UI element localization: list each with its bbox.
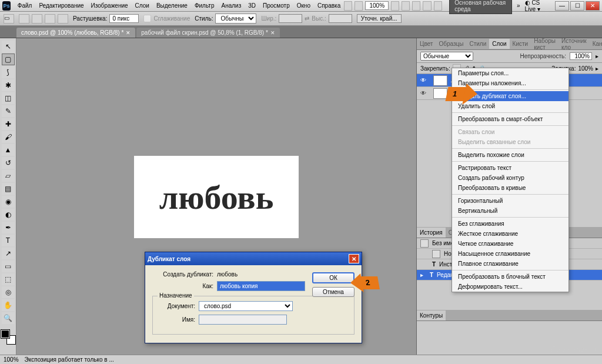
context-menu-item[interactable]: Растрировать текст — [452, 163, 568, 173]
tab-layers[interactable]: Слои — [489, 39, 509, 49]
hand-tool[interactable]: ✋ — [2, 299, 15, 311]
dialog-titlebar[interactable]: Дубликат слоя ✕ — [145, 252, 362, 265]
current-tool-icon[interactable]: ▭ — [4, 14, 14, 24]
context-menu-item[interactable]: Создать рабочий контур — [452, 173, 568, 183]
menu-file[interactable]: Файл — [14, 2, 36, 9]
color-swatches[interactable] — [1, 330, 15, 344]
menu-layers[interactable]: Слои — [132, 2, 153, 9]
workspace-switcher[interactable]: Основная рабочая среда — [449, 0, 512, 14]
foreground-color[interactable] — [1, 330, 9, 338]
context-menu-item[interactable]: Четкое сглаживание — [452, 239, 568, 249]
blur-tool[interactable]: ◉ — [2, 196, 15, 208]
close-icon[interactable]: ✕ — [126, 30, 131, 36]
context-menu-item[interactable]: Жесткое сглаживание — [452, 229, 568, 239]
dodge-tool[interactable]: ◐ — [2, 209, 15, 221]
brush-tool[interactable]: 🖌 — [2, 131, 15, 143]
menu-filter[interactable]: Фильтр — [191, 2, 218, 9]
style-select[interactable]: Обычный — [215, 14, 256, 24]
doc-tab-2[interactable]: рабочий файл скрин.psd @ 50,8% (1, RGB/8… — [136, 28, 280, 38]
opacity-value[interactable]: 100% — [570, 52, 592, 60]
cs-live-button[interactable]: ◐ CS Live ▾ — [525, 0, 549, 12]
context-menu-item[interactable]: Преобразовать в кривые — [452, 183, 568, 193]
mini-bridge-icon[interactable] — [354, 1, 363, 11]
launch-bridge-icon[interactable] — [344, 1, 352, 11]
tab-styles[interactable]: Стили — [466, 39, 489, 49]
path-select-tool[interactable]: ↗ — [2, 248, 15, 259]
opacity-slider-icon[interactable]: ▸ — [596, 53, 598, 59]
menu-analysis[interactable]: Анализ — [218, 2, 245, 9]
crop-tool[interactable]: ◫ — [2, 92, 15, 104]
context-menu-item[interactable]: Деформировать текст... — [452, 282, 568, 292]
tab-history[interactable]: История — [417, 228, 446, 238]
width-label: Шир.: — [261, 15, 276, 22]
menu-help[interactable]: Справка — [314, 2, 344, 9]
menu-window[interactable]: Окно — [293, 2, 314, 9]
status-info[interactable]: Экспозиция работает только в ... — [25, 356, 114, 363]
tab-channels[interactable]: Каналы — [590, 39, 602, 49]
zoom-shortcut-icon[interactable] — [402, 1, 410, 11]
fill-slider-icon[interactable]: ▸ — [596, 65, 598, 72]
window-close[interactable]: ✕ — [586, 1, 600, 11]
feather-input[interactable] — [109, 14, 139, 23]
quick-select-tool[interactable]: ✱ — [2, 79, 15, 91]
menu-select[interactable]: Выделение — [153, 2, 191, 9]
context-menu-item[interactable]: Горизонтальный — [452, 196, 568, 206]
menu-view[interactable]: Просмотр — [259, 2, 293, 9]
close-icon[interactable]: ✕ — [270, 30, 275, 36]
hand-shortcut-icon[interactable] — [391, 1, 399, 11]
refine-edge-button[interactable]: Уточн. край... — [357, 14, 402, 23]
type-tool[interactable]: T — [2, 235, 15, 246]
shape-tool[interactable]: ▭ — [2, 261, 15, 272]
eyedropper-tool[interactable]: ✎ — [2, 105, 15, 117]
context-menu-item[interactable]: Преобразовать в блочный текст — [452, 272, 568, 282]
status-zoom[interactable]: 100% — [4, 356, 19, 363]
context-menu-item[interactable]: Насыщенное сглаживание — [452, 249, 568, 259]
document-select[interactable]: слово.psd — [199, 301, 293, 311]
visibility-eye-icon[interactable]: 👁 — [417, 90, 430, 96]
fill-value[interactable]: 100% — [578, 65, 593, 72]
ok-button[interactable]: ОК — [312, 272, 354, 283]
tab-paths[interactable]: Контуры — [417, 310, 446, 320]
stamp-tool[interactable]: ▲ — [2, 144, 15, 156]
context-menu-item[interactable]: Плавное сглаживание — [452, 259, 568, 269]
context-menu-item[interactable]: Параметры слоя... — [452, 68, 568, 78]
pen-tool[interactable]: ✒ — [2, 222, 15, 233]
history-brush-tool[interactable]: ↺ — [2, 157, 15, 169]
visibility-eye-icon[interactable]: 👁 — [417, 77, 430, 84]
3d-tool[interactable]: ⬚ — [2, 273, 15, 285]
menu-image[interactable]: Изображение — [88, 2, 132, 9]
menu-edit[interactable]: Редактирование — [35, 2, 87, 9]
as-name-input[interactable] — [217, 281, 305, 291]
selection-intersect-icon[interactable] — [58, 14, 68, 24]
eraser-tool[interactable]: ▱ — [2, 170, 15, 182]
marquee-tool[interactable]: ▢ — [2, 54, 15, 65]
selection-new-icon[interactable] — [19, 14, 29, 24]
tab-brushes[interactable]: Кисти — [510, 39, 531, 49]
move-tool[interactable]: ↖ — [2, 41, 15, 52]
dialog-close-button[interactable]: ✕ — [349, 254, 359, 263]
cancel-button[interactable]: Отмена — [312, 287, 354, 297]
healing-tool[interactable]: ✚ — [2, 118, 15, 130]
context-menu-item[interactable]: Вертикальный — [452, 206, 568, 216]
context-menu-item[interactable]: Выделить похожие слои — [452, 150, 568, 160]
zoom-level[interactable]: 100% — [365, 1, 389, 10]
zoom-tool[interactable]: 🔍 — [2, 312, 15, 324]
gradient-tool[interactable]: ▤ — [2, 183, 15, 195]
blend-mode-select[interactable]: Обычные — [420, 52, 473, 61]
lasso-tool[interactable]: ⟆ — [2, 66, 15, 78]
selection-add-icon[interactable] — [32, 14, 42, 24]
doc-tab-1[interactable]: слово.psd @ 100% (любовь, RGB/8) *✕ — [16, 28, 135, 38]
screen-mode-icon[interactable] — [434, 1, 442, 11]
context-menu-item[interactable]: Без сглаживания — [452, 219, 568, 229]
rotate-shortcut-icon[interactable] — [412, 1, 420, 11]
tab-swatches[interactable]: Образцы — [436, 39, 466, 49]
context-menu-item[interactable]: Преобразовать в смарт-объект — [452, 114, 568, 124]
anti-alias-checkbox[interactable]: Сглаживание — [143, 15, 190, 22]
tab-color[interactable]: Цвет — [417, 39, 436, 49]
selection-subtract-icon[interactable] — [45, 14, 55, 24]
arrange-shortcut-icon[interactable] — [423, 1, 431, 11]
menu-3d[interactable]: 3D — [245, 2, 259, 9]
3d-camera-tool[interactable]: ◎ — [2, 286, 15, 298]
window-maximize[interactable]: ☐ — [570, 1, 584, 11]
window-minimize[interactable]: — — [555, 1, 569, 11]
